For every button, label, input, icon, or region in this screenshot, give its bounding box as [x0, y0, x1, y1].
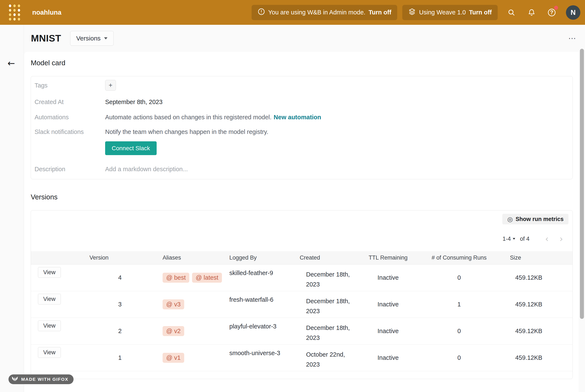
slack-text: Notify the team when changes happen in t… [105, 128, 572, 136]
artifact-size: 459.12KB [505, 264, 572, 291]
aliases-cell: @ v1 [130, 344, 225, 371]
alias-chip[interactable]: @ latest [192, 273, 222, 283]
view-button[interactable]: View [38, 347, 61, 358]
notification-dot [554, 6, 558, 10]
versions-dropdown[interactable]: Versions [70, 31, 114, 46]
left-rail: ← [0, 25, 24, 392]
page-range-caret-icon [513, 238, 515, 240]
overflow-menu-button[interactable]: ⋯ [566, 32, 579, 44]
topbar: noahluna You are using W&B in Admin mode… [0, 0, 585, 25]
version-number: 1 [67, 344, 130, 371]
version-number: 2 [67, 318, 130, 344]
model-card: Tags + Created At September 8th, 2023 Au… [31, 76, 573, 179]
prev-page-button[interactable]: ‹ [545, 234, 548, 243]
logged-by: smooth-universe-3 [225, 344, 295, 371]
alert-icon [258, 8, 265, 17]
logged-by: skilled-feather-9 [225, 264, 295, 291]
view-button[interactable]: View [38, 320, 61, 331]
back-button[interactable]: ← [5, 57, 18, 69]
alias-chip[interactable]: @ v3 [162, 300, 184, 309]
automations-text: Automate actions based on changes in thi… [105, 114, 272, 120]
ttl-remaining: Inactive [363, 291, 414, 318]
aliases-cell: @ v3 [130, 291, 225, 318]
tags-row: Tags + [31, 76, 572, 94]
page-total: of 4 [520, 236, 530, 242]
gifox-badge: MADE WITH GIFOX [8, 374, 74, 384]
search-icon [508, 8, 516, 16]
scrollbar-track [579, 25, 585, 392]
page-range-dropdown[interactable]: 1-4 [502, 236, 515, 242]
alias-chip[interactable]: @ v1 [162, 353, 184, 363]
created-at-row: Created At September 8th, 2023 [31, 94, 572, 110]
created-at-value: September 8th, 2023 [105, 98, 572, 106]
next-page-button[interactable]: › [560, 234, 563, 243]
wandb-registry-page: noahluna You are using W&B in Admin mode… [0, 0, 585, 392]
gifox-badge-text: MADE WITH GIFOX [21, 377, 68, 382]
admin-banner-text: You are using W&B in Admin mode. [268, 9, 366, 16]
column-header-consuming-runs: # of Consuming Runs [414, 251, 505, 264]
table-row: View 1 @ v1 smooth-universe-3 October 22… [31, 344, 572, 371]
view-button[interactable]: View [38, 294, 61, 304]
notifications-button[interactable] [527, 8, 536, 18]
version-number: 4 [67, 264, 130, 291]
versions-dropdown-label: Versions [76, 35, 101, 42]
column-header-actions [31, 251, 67, 264]
column-header-size: Size [505, 251, 572, 264]
consuming-runs: 1 [414, 291, 505, 318]
description-input[interactable]: Add a markdown description... [105, 165, 572, 173]
created-date: December 18th, 2023 [306, 270, 354, 290]
alias-chip[interactable]: @ best [162, 273, 189, 283]
weave-banner-text: Using Weave 1.0 [419, 9, 466, 16]
version-number: 3 [67, 291, 130, 318]
consuming-runs: 0 [414, 318, 505, 344]
column-header-created: Created [295, 251, 363, 264]
bell-icon [528, 8, 536, 16]
column-header-ttl: TTL Remaining [363, 251, 414, 264]
scrollbar-thumb[interactable] [580, 49, 584, 319]
connect-slack-button[interactable]: Connect Slack [105, 141, 157, 155]
aliases-cell: @ v2 [130, 318, 225, 344]
eye-icon: ◎ [507, 216, 513, 223]
ttl-remaining: Inactive [363, 264, 414, 291]
add-tag-button[interactable]: + [105, 80, 116, 91]
pagination: 1-4 of 4 ‹ › [502, 234, 563, 244]
avatar[interactable]: N [566, 5, 580, 20]
column-header-version: Version [67, 251, 130, 264]
created-date: December 18th, 2023 [306, 323, 354, 343]
admin-turn-off-button[interactable]: Turn off [368, 9, 391, 16]
logged-by: fresh-waterfall-6 [225, 291, 295, 318]
model-card-heading: Model card [31, 58, 573, 68]
view-button[interactable]: View [38, 267, 61, 278]
table-row: View 4 @ best @ latest skilled-feather-9… [31, 264, 572, 291]
new-automation-link[interactable]: New automation [274, 114, 321, 120]
versions-heading: Versions [31, 192, 573, 202]
avatar-initial: N [570, 8, 576, 16]
versions-card: ◎ Show run metrics 1-4 of 4 ‹ › Version … [31, 210, 573, 379]
consuming-runs: 0 [414, 264, 505, 291]
alias-chip[interactable]: @ v2 [162, 326, 184, 336]
help-button[interactable]: ? [547, 8, 556, 18]
wandb-waffle-logo-icon[interactable] [9, 4, 20, 20]
description-row: Description Add a markdown description..… [31, 159, 572, 179]
logged-by: playful-elevator-3 [225, 318, 295, 344]
search-button[interactable] [506, 8, 516, 18]
weave-turn-off-button[interactable]: Turn off [469, 9, 492, 16]
column-header-aliases: Aliases [130, 251, 225, 264]
ttl-remaining: Inactive [363, 344, 414, 371]
show-run-metrics-label: Show run metrics [516, 216, 564, 222]
consuming-runs: 0 [414, 344, 505, 371]
artifact-size: 459.12KB [505, 291, 572, 318]
artifact-size: 459.12KB [505, 318, 572, 344]
show-run-metrics-button[interactable]: ◎ Show run metrics [502, 214, 568, 224]
layers-icon [408, 8, 416, 17]
versions-table: Version Aliases Logged By Created TTL Re… [31, 251, 572, 371]
column-header-logged-by: Logged By [225, 251, 295, 264]
artifact-size: 459.12KB [505, 344, 572, 371]
slack-row: Slack notifications Notify the team when… [31, 125, 572, 159]
automations-label: Automations [34, 113, 105, 122]
entity-name[interactable]: noahluna [32, 9, 62, 16]
created-date: December 18th, 2023 [306, 296, 354, 316]
table-header-row: Version Aliases Logged By Created TTL Re… [31, 251, 572, 264]
weave-banner: Using Weave 1.0 Turn off [402, 5, 498, 20]
aliases-cell: @ best @ latest [130, 264, 225, 291]
